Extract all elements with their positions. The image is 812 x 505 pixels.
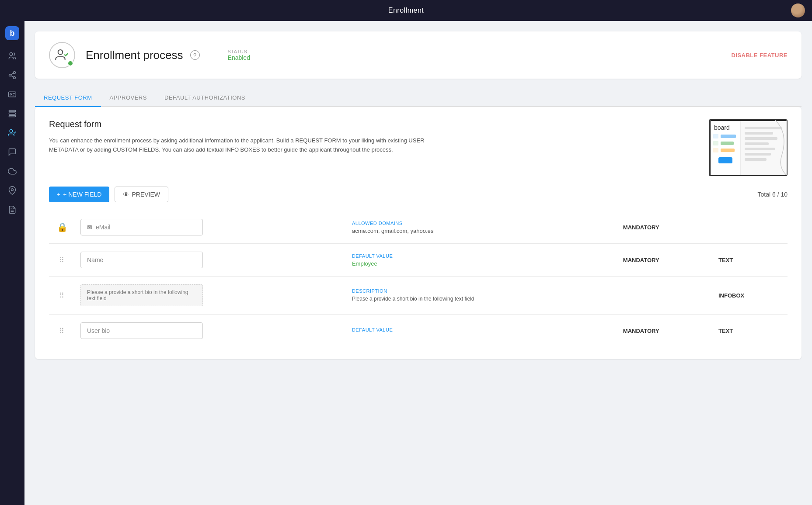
userbio-type: TEXT bbox=[718, 328, 733, 334]
svg-rect-23 bbox=[713, 141, 718, 145]
eye-icon: 👁 bbox=[123, 191, 129, 198]
name-meta: DEFAULT VALUE Employee bbox=[347, 244, 618, 277]
main-content: Enrollment process ? STATUS Enabled DISA… bbox=[24, 21, 812, 505]
userbio-field-preview: User bio bbox=[80, 322, 203, 339]
plus-icon: + bbox=[57, 191, 60, 198]
email-field-preview: ✉ eMail bbox=[80, 219, 203, 235]
svg-text:board: board bbox=[714, 124, 730, 131]
disable-feature-button[interactable]: DISABLE FEATURE bbox=[731, 52, 788, 59]
email-icon: ✉ bbox=[87, 224, 92, 231]
infobox-meta: DESCRIPTION Please a provide a short bio… bbox=[347, 277, 618, 315]
content-header: Request form You can enhance the enrollm… bbox=[49, 119, 788, 176]
svg-rect-21 bbox=[713, 134, 718, 138]
help-icon[interactable]: ? bbox=[190, 50, 200, 60]
table-row: ⠿ Name DEFAULT VALUE Employee MANDATORY bbox=[49, 244, 788, 277]
svg-rect-32 bbox=[745, 148, 775, 150]
svg-point-0 bbox=[10, 53, 13, 56]
total-count: Total 6 / 10 bbox=[758, 191, 788, 198]
svg-line-4 bbox=[11, 76, 14, 77]
status-label: STATUS bbox=[228, 49, 250, 54]
sidebar-item-location[interactable] bbox=[3, 182, 21, 199]
sidebar-item-chat[interactable] bbox=[3, 143, 21, 161]
avatar[interactable] bbox=[791, 3, 805, 17]
svg-point-7 bbox=[10, 93, 11, 95]
lock-icon: 🔒 bbox=[57, 222, 68, 232]
sidebar-item-idcard[interactable] bbox=[3, 86, 21, 103]
table-row: ⠿ User bio DEFAULT VALUE MANDATORY bbox=[49, 315, 788, 347]
svg-line-5 bbox=[11, 73, 14, 74]
svg-rect-12 bbox=[9, 115, 16, 117]
svg-rect-6 bbox=[9, 92, 16, 97]
drag-handle[interactable]: ⠿ bbox=[59, 327, 65, 335]
sidebar: b bbox=[0, 21, 24, 505]
svg-rect-27 bbox=[718, 157, 732, 163]
tabs-bar: REQUEST FORM APPROVERS DEFAULT AUTHORIZA… bbox=[35, 89, 802, 107]
svg-point-3 bbox=[14, 76, 16, 79]
header-title-group: Enrollment process ? bbox=[86, 48, 200, 62]
svg-rect-26 bbox=[721, 149, 735, 152]
svg-point-2 bbox=[9, 74, 11, 76]
action-bar: + + NEW FIELD 👁 PREVIEW Total 6 / 10 bbox=[49, 187, 788, 202]
userbio-mandatory: MANDATORY bbox=[623, 328, 659, 334]
svg-rect-25 bbox=[713, 148, 718, 152]
userbio-meta: DEFAULT VALUE bbox=[347, 315, 618, 347]
svg-rect-31 bbox=[745, 142, 769, 145]
drag-handle[interactable]: ⠿ bbox=[59, 256, 65, 264]
content-info: Request form You can enhance the enrollm… bbox=[49, 119, 695, 155]
svg-rect-28 bbox=[745, 127, 782, 129]
page-title: Enrollment process bbox=[86, 48, 183, 62]
preview-button[interactable]: 👁 PREVIEW bbox=[115, 187, 168, 202]
new-field-button[interactable]: + + NEW FIELD bbox=[49, 187, 109, 202]
sidebar-logo: b bbox=[5, 26, 19, 40]
svg-rect-34 bbox=[745, 158, 767, 161]
svg-rect-22 bbox=[721, 135, 736, 138]
board-preview-image: board bbox=[709, 119, 788, 176]
email-meta: ALLOWED DOMAINS acme.com, gmail.com, yah… bbox=[347, 211, 618, 244]
sidebar-item-users[interactable] bbox=[3, 47, 21, 65]
enrollment-icon bbox=[49, 42, 75, 68]
infobox-type: INFOBOX bbox=[718, 292, 744, 299]
content-card: Request form You can enhance the enrollm… bbox=[35, 107, 802, 359]
email-mandatory: MANDATORY bbox=[623, 224, 659, 231]
infobox-field-preview: Please a provide a short bio in the foll… bbox=[80, 284, 203, 306]
sidebar-item-document[interactable] bbox=[3, 201, 21, 218]
status-badge bbox=[67, 60, 73, 66]
svg-point-13 bbox=[10, 130, 13, 133]
svg-point-17 bbox=[58, 50, 63, 55]
app-title: Enrollment bbox=[388, 7, 424, 14]
svg-point-14 bbox=[11, 189, 14, 191]
tab-default-auth[interactable]: DEFAULT AUTHORIZATIONS bbox=[156, 89, 254, 107]
sidebar-item-cloud[interactable] bbox=[3, 163, 21, 180]
drag-handle[interactable]: ⠿ bbox=[59, 292, 65, 299]
sidebar-item-enrollment[interactable] bbox=[3, 124, 21, 142]
name-field-preview: Name bbox=[80, 252, 203, 268]
content-description: You can enhance the enrollment process b… bbox=[49, 136, 443, 155]
content-title: Request form bbox=[49, 119, 695, 129]
table-row: 🔒 ✉ eMail ALLOWED DOMAINS acme.com, gmai… bbox=[49, 211, 788, 244]
svg-point-1 bbox=[14, 72, 16, 74]
status-value: Enabled bbox=[228, 54, 250, 61]
name-mandatory: MANDATORY bbox=[623, 257, 659, 263]
svg-rect-33 bbox=[745, 153, 771, 156]
tab-request-form[interactable]: REQUEST FORM bbox=[35, 89, 101, 107]
topbar: Enrollment bbox=[0, 0, 812, 21]
svg-rect-11 bbox=[9, 113, 16, 114]
sidebar-item-stack[interactable] bbox=[3, 105, 21, 122]
header-card: Enrollment process ? STATUS Enabled DISA… bbox=[35, 31, 802, 79]
svg-rect-24 bbox=[721, 142, 734, 145]
status-section: STATUS Enabled bbox=[228, 49, 250, 61]
svg-rect-29 bbox=[745, 132, 773, 135]
fields-table: 🔒 ✉ eMail ALLOWED DOMAINS acme.com, gmai… bbox=[49, 211, 788, 347]
name-type: TEXT bbox=[718, 257, 733, 263]
svg-rect-10 bbox=[9, 111, 16, 112]
svg-rect-30 bbox=[745, 137, 777, 140]
tab-approvers[interactable]: APPROVERS bbox=[101, 89, 156, 107]
table-row: ⠿ Please a provide a short bio in the fo… bbox=[49, 277, 788, 315]
sidebar-item-connections[interactable] bbox=[3, 66, 21, 84]
